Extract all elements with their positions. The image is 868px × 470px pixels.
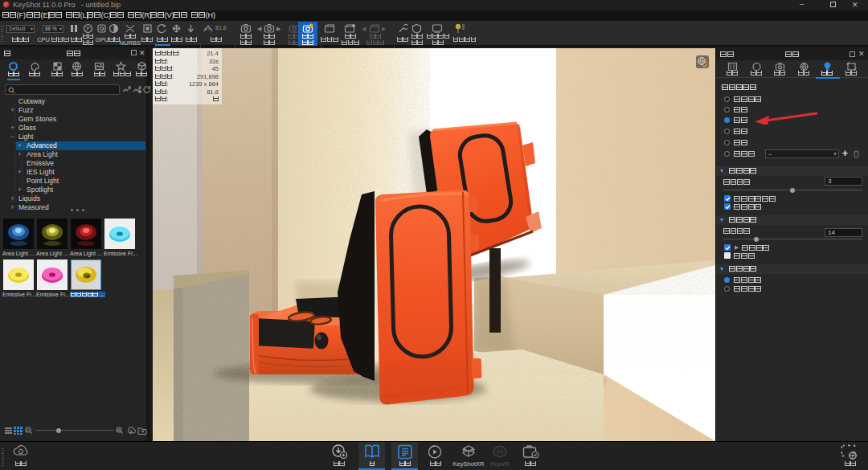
svg-text:P: P [86,26,90,31]
